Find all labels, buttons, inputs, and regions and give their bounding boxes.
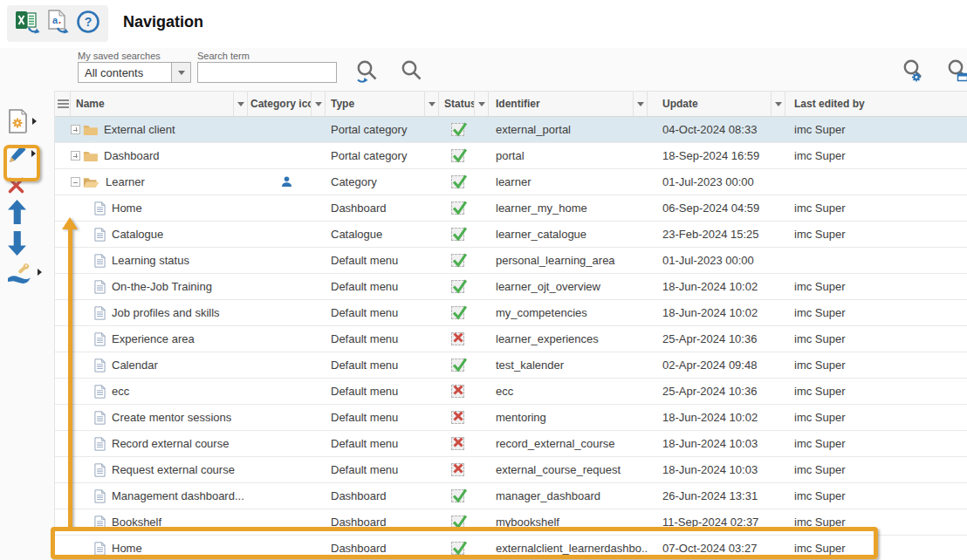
status-badge xyxy=(451,332,464,345)
update-cell: 11-Sep-2024 02:37 xyxy=(648,509,785,535)
status-badge xyxy=(451,175,464,188)
column-header-update[interactable]: Update xyxy=(648,92,772,116)
tree-expand-icon[interactable] xyxy=(71,125,80,134)
chevron-down-icon xyxy=(429,102,435,106)
hand-assign-icon xyxy=(7,261,34,283)
help-icon: ? xyxy=(76,10,100,38)
title-bar: a? Navigation xyxy=(0,0,967,48)
table-row[interactable]: Request external courseDefault menuexter… xyxy=(55,457,967,483)
search-term-input[interactable] xyxy=(197,62,337,83)
update-cell: 01-Jul-2023 00:00 xyxy=(648,169,785,195)
row-name: Create mentor sessions xyxy=(112,411,231,424)
table-row[interactable]: Learning statusDefault menupersonal_lear… xyxy=(55,248,967,274)
saved-searches-label: My saved searches xyxy=(78,51,161,61)
move-down-button[interactable] xyxy=(7,229,42,257)
row-name: Job profiles and skills xyxy=(112,306,220,319)
table-row[interactable]: On-the-Job TrainingDefault menulearner_o… xyxy=(55,274,967,300)
table-row[interactable]: CalendarDefault menutest_kalender02-Apr-… xyxy=(55,352,967,379)
status-cell xyxy=(439,169,489,195)
update-cell: 04-Oct-2024 08:33 xyxy=(648,117,785,142)
filter-arrow-button[interactable] xyxy=(425,92,439,116)
column-header-category-icon[interactable]: Category icon xyxy=(248,92,312,116)
name-cell: Experience area xyxy=(71,326,248,352)
edit-pencil-icon xyxy=(7,143,28,164)
table-row[interactable]: Management dashboard...Dashboardmanager_… xyxy=(55,483,967,509)
identifier-cell: learner xyxy=(489,169,648,195)
category-icon-cell xyxy=(248,352,326,378)
filter-arrow-button[interactable] xyxy=(634,92,648,116)
column-header-name[interactable]: Name xyxy=(71,92,234,116)
row-name: External client xyxy=(104,123,175,136)
table-row[interactable]: LearnerCategorylearner01-Jul-2023 00:00 xyxy=(55,169,967,195)
folder-icon xyxy=(83,150,98,162)
type-cell: Portal category xyxy=(326,143,439,168)
name-cell: Record external course xyxy=(71,431,248,456)
page-icon xyxy=(94,411,106,425)
chevron-down-icon xyxy=(315,102,322,106)
tree-expand-icon[interactable] xyxy=(71,151,80,160)
table-row[interactable]: Create mentor sessionsDefault menumentor… xyxy=(55,405,967,431)
search-settings-button[interactable] xyxy=(901,58,925,86)
filter-arrow-button[interactable] xyxy=(772,92,785,116)
column-header-identifier[interactable]: Identifier xyxy=(489,92,634,116)
column-header-last-edited-by[interactable]: Last edited by xyxy=(785,92,967,116)
name-cell: Management dashboard... xyxy=(71,483,248,509)
status-cell xyxy=(439,431,489,456)
search-button[interactable] xyxy=(400,58,423,85)
table-row[interactable]: DashboardPortal categoryportal18-Sep-202… xyxy=(55,143,967,169)
column-header-status[interactable]: Status xyxy=(439,92,475,116)
table-row[interactable]: eccDefault menuecc25-Apr-2024 10:36imc S… xyxy=(55,379,967,405)
update-cell: 06-Sep-2024 04:59 xyxy=(648,195,785,221)
filter-arrow-button[interactable] xyxy=(312,92,326,116)
last-edited-by-cell: imc Super xyxy=(785,117,967,142)
category-icon-cell xyxy=(248,431,326,456)
excel-export-button[interactable] xyxy=(15,10,41,38)
edit-button[interactable] xyxy=(7,140,42,167)
select-dropdown-button[interactable] xyxy=(171,63,190,82)
search-reset-icon xyxy=(354,58,378,85)
reset-search-button[interactable] xyxy=(354,58,378,88)
table-row[interactable]: CatalogueCataloguelearner_catalogue23-Fe… xyxy=(55,222,967,248)
table-row[interactable]: HomeDashboardexternalclient_learnerdashb… xyxy=(55,536,967,560)
status-badge xyxy=(451,516,464,529)
text-export-button[interactable]: a xyxy=(47,10,70,38)
last-edited-by-cell: imc Super xyxy=(785,300,967,325)
last-edited-by-cell: imc Super xyxy=(785,431,967,456)
update-cell: 01-Jul-2023 00:00 xyxy=(648,248,785,273)
identifier-cell: personal_learning_area xyxy=(489,248,648,273)
status-badge xyxy=(451,228,464,241)
page-icon xyxy=(94,332,106,346)
delete-button[interactable] xyxy=(7,171,42,199)
filter-arrow-button[interactable] xyxy=(234,92,248,116)
search-window-icon xyxy=(946,58,967,83)
new-item-button[interactable] xyxy=(7,107,42,135)
drag-column-icon xyxy=(58,98,69,110)
table-row[interactable]: External clientPortal categoryexternal_p… xyxy=(55,117,967,143)
tree-collapse-icon[interactable] xyxy=(71,177,80,187)
chevron-down-icon xyxy=(637,102,644,106)
name-cell: On-the-Job Training xyxy=(71,274,248,299)
help-button[interactable]: ? xyxy=(76,10,100,38)
column-header-type[interactable]: Type xyxy=(326,92,425,116)
type-cell: Category xyxy=(326,169,439,195)
chevron-down-icon xyxy=(478,102,485,106)
type-cell: Default menu xyxy=(326,300,439,325)
row-name: Bookshelf xyxy=(112,516,161,529)
name-cell: Calendar xyxy=(71,352,248,378)
table-row[interactable]: Job profiles and skillsDefault menumy_co… xyxy=(55,300,967,326)
table-row[interactable]: BookshelfDashboardmybookshelf11-Sep-2024… xyxy=(55,509,967,536)
name-cell: External client xyxy=(71,117,248,142)
status-badge xyxy=(451,359,464,372)
saved-searches-select[interactable]: All contents xyxy=(78,62,191,83)
move-up-button[interactable] xyxy=(7,198,42,226)
search-in-results-button[interactable] xyxy=(946,58,967,86)
table-row[interactable]: Record external courseDefault menurecord… xyxy=(55,431,967,457)
identifier-cell: ecc xyxy=(489,379,648,404)
table-row[interactable]: HomeDashboardlearner_my_home06-Sep-2024 … xyxy=(55,195,967,222)
assign-button[interactable] xyxy=(7,258,42,286)
status-badge xyxy=(451,489,464,502)
category-icon-cell xyxy=(248,536,326,560)
filter-arrow-button[interactable] xyxy=(475,92,489,116)
table-row[interactable]: Experience areaDefault menulearner_exper… xyxy=(55,326,967,352)
last-edited-by-cell: imc Super xyxy=(785,379,967,404)
